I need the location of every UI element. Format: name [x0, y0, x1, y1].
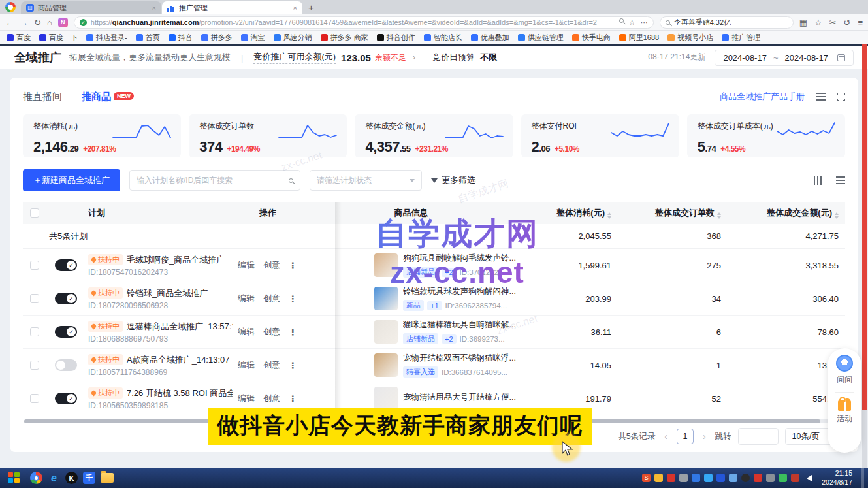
plan-name[interactable]: 毛绒球啊俊_商品全域推广 [127, 254, 225, 266]
taskbar-folder-icon[interactable] [101, 473, 114, 483]
favorites-icon[interactable]: ☆ [814, 18, 822, 27]
gift-icon[interactable] [838, 400, 851, 411]
tray-icon[interactable] [667, 474, 675, 482]
apps-grid-icon[interactable]: ▦ [799, 18, 807, 27]
prev-page-button[interactable]: ‹ [662, 431, 670, 442]
sort-icon[interactable] [835, 212, 839, 219]
plan-search-input[interactable]: 输入计划名称/ID后回车搜索 [129, 170, 300, 191]
bookmark-item[interactable]: 智能店长 [424, 33, 462, 42]
tray-icon[interactable] [729, 474, 737, 482]
screenshot-icon[interactable]: ✂ [829, 18, 837, 27]
tab-products[interactable]: 推商品NEW [82, 91, 134, 103]
taskbar-clock[interactable]: 21:15 2024/8/17 [822, 469, 852, 486]
menu-icon[interactable]: ≡ [858, 18, 863, 27]
tray-icon[interactable] [779, 474, 787, 482]
plan-name[interactable]: 铃铛球_商品全域推广 [127, 287, 208, 299]
select-all-checkbox[interactable] [30, 208, 39, 218]
history-icon[interactable]: ↺ [844, 18, 851, 27]
creative-action[interactable]: 创意 [263, 326, 280, 338]
creative-action[interactable]: 创意 [263, 259, 280, 271]
bookmark-item[interactable]: 快手电商 [572, 33, 611, 42]
header-plan[interactable]: 计划 [86, 207, 233, 219]
product-thumbnail[interactable] [374, 287, 398, 310]
product-title[interactable]: 猫咪逗猫棒猫玩具自嗨猫咪解... [403, 319, 516, 331]
taskbar-qianchuan-icon[interactable]: 千 [83, 472, 95, 484]
ask-label[interactable]: 问问 [837, 374, 852, 385]
product-title[interactable]: 宠物清洁用品大号开结梳方便... [403, 392, 516, 403]
row-toggle[interactable]: ✓ [55, 259, 77, 271]
fullscreen-icon[interactable] [837, 93, 845, 101]
plan-name[interactable]: 逗猫棒商品全域推广_13:57:17 [127, 321, 233, 333]
row-checkbox[interactable] [30, 294, 39, 303]
activity-label[interactable]: 活动 [837, 414, 852, 425]
more-filter-button[interactable]: 更多筛选 [431, 174, 475, 186]
edit-action[interactable]: 编辑 [238, 326, 255, 338]
tab-live-room[interactable]: 推直播间 [23, 91, 62, 103]
bookmark-item[interactable]: 抖店登录- [86, 33, 127, 42]
tray-icon[interactable] [704, 474, 713, 482]
taskbar-quark-icon[interactable]: K [65, 472, 78, 484]
creative-action[interactable]: 创意 [263, 293, 280, 304]
zoom-icon[interactable] [619, 18, 624, 23]
row-toggle[interactable]: ✓ [55, 293, 77, 304]
plan-name[interactable]: A款商品全域推广_14:13:07 [127, 354, 230, 366]
status-filter-select[interactable]: 请筛选计划状态 [310, 170, 422, 191]
product-thumbnail[interactable] [374, 253, 398, 277]
bookmark-item[interactable]: 抖音创作 [377, 33, 415, 42]
header-orders[interactable]: 整体成交订单数 [614, 207, 724, 219]
row-checkbox[interactable] [30, 361, 39, 370]
tray-icon[interactable] [791, 474, 799, 482]
taskbar-ie-icon[interactable]: e [48, 472, 60, 484]
browser-tab-1[interactable]: ▤ 商品管理 × [21, 1, 161, 14]
filter-settings-icon[interactable] [836, 176, 845, 184]
more-actions-icon[interactable]: ⋮ [289, 394, 298, 404]
create-campaign-button[interactable]: ＋新建商品全域推广 [23, 169, 120, 191]
page-scrollbar[interactable] [862, 44, 867, 468]
show-desktop-button[interactable] [861, 468, 864, 488]
creative-action[interactable]: 创意 [263, 359, 280, 371]
tray-icon[interactable] [766, 474, 775, 482]
row-checkbox[interactable] [30, 261, 39, 270]
volume-icon[interactable] [807, 475, 812, 481]
bookmark-item[interactable]: 优惠叠加 [471, 33, 509, 42]
edit-action[interactable]: 编辑 [238, 359, 255, 371]
more-actions-icon[interactable]: ⋮ [289, 294, 298, 304]
product-manual-link[interactable]: 商品全域推广产品手册 [720, 91, 805, 103]
reload-icon[interactable]: ↻ [34, 18, 41, 27]
jump-page-input[interactable] [738, 428, 779, 445]
bookmark-item[interactable]: 阿里1688 [619, 33, 659, 42]
product-thumbnail[interactable] [374, 353, 398, 377]
product-title[interactable]: 铃铛款玩具球发声狗狗解闷神... [403, 286, 516, 297]
edit-action[interactable]: 编辑 [238, 393, 255, 404]
tray-icon[interactable] [654, 474, 663, 482]
current-page[interactable]: 1 [677, 429, 694, 444]
edit-action[interactable]: 编辑 [238, 259, 255, 271]
settings-sliders-icon[interactable] [816, 93, 826, 101]
home-icon[interactable]: ⌂ [47, 18, 52, 27]
bookmark-item[interactable]: 推广管理 [722, 33, 760, 42]
forward-icon[interactable]: → [20, 18, 28, 27]
sort-icon[interactable] [717, 212, 721, 219]
browser-search-box[interactable]: 李再善受贿4.32亿 [660, 16, 794, 29]
bookmark-item[interactable]: 拼多多 商家 [321, 33, 368, 42]
browser-tab-2[interactable]: 推广管理 × [162, 1, 302, 14]
bookmark-item[interactable]: 抖音 [169, 33, 193, 42]
tab2-close-icon[interactable]: × [293, 4, 297, 12]
balance-chevron-icon[interactable]: › [413, 53, 415, 62]
product-title[interactable]: 宠物开结梳双面不锈钢猫咪浮... [403, 353, 516, 364]
tab1-close-icon[interactable]: × [152, 4, 156, 12]
bookmark-item[interactable]: 百度 [7, 33, 31, 42]
start-button[interactable] [8, 472, 21, 484]
row-toggle[interactable] [55, 359, 77, 371]
header-spend[interactable]: 整体消耗(元) [522, 207, 614, 219]
bookmark-item[interactable]: 淘宝 [241, 33, 265, 42]
bookmark-item[interactable]: 拼多多 [201, 33, 233, 42]
product-thumbnail[interactable] [374, 387, 398, 410]
bookmark-star-icon[interactable]: ☆ [629, 18, 635, 27]
browser-extension-icon[interactable]: N [58, 18, 68, 27]
tray-icon[interactable] [754, 474, 762, 482]
tray-icon[interactable]: S [642, 474, 651, 482]
row-checkbox[interactable] [30, 327, 39, 336]
row-checkbox[interactable] [30, 394, 39, 403]
row-toggle[interactable]: ✓ [55, 393, 77, 404]
